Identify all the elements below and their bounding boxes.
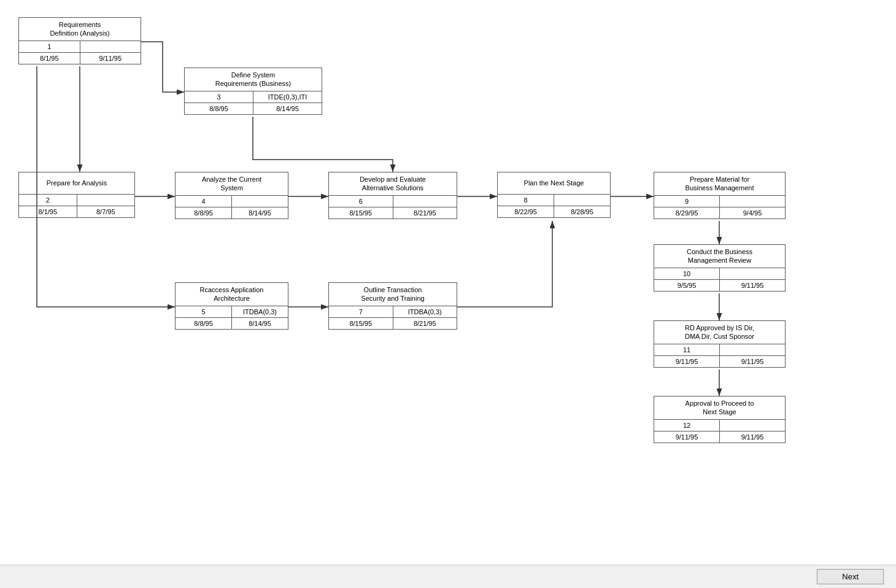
task-id2-10 xyxy=(720,268,785,279)
task-start-8: 8/22/95 xyxy=(498,206,554,217)
task-title-10: Conduct the BusinessManagement Review xyxy=(654,245,785,268)
task-title-7: Outline TransactionSecurity and Training xyxy=(329,283,457,306)
task-id2-1 xyxy=(80,41,141,52)
task-end-2: 8/7/95 xyxy=(77,206,135,217)
task-id-1: 1 xyxy=(19,41,80,52)
task-title-6: Develop and EvaluateAlternative Solution… xyxy=(329,172,457,196)
task-end-3: 8/14/95 xyxy=(253,103,322,114)
task-title-5: Rcaccess ApplicationArchitecture xyxy=(176,283,288,306)
task-end-1: 9/11/95 xyxy=(80,53,141,64)
task-start-11: 9/11/95 xyxy=(654,356,720,367)
task-id-2: 2 xyxy=(19,195,77,206)
task-id2-9 xyxy=(720,196,785,207)
task-start-7: 8/15/95 xyxy=(329,318,393,329)
task-title-3: Define SystemRequirements (Business) xyxy=(185,68,322,91)
task-start-4: 8/8/95 xyxy=(176,207,232,219)
task-start-1: 8/1/95 xyxy=(19,53,80,64)
task-box-5: Rcaccess ApplicationArchitecture 5 ITDBA… xyxy=(175,282,288,330)
task-start-10: 9/5/95 xyxy=(654,280,720,291)
task-end-4: 8/14/95 xyxy=(232,207,288,219)
diagram-container: RequirementsDefinition (Analysis) 1 8/1/… xyxy=(0,0,896,565)
task-id2-7: ITDBA(0,3) xyxy=(393,306,457,317)
task-id-9: 9 xyxy=(654,196,720,207)
task-id-8: 8 xyxy=(498,195,554,206)
task-end-10: 9/11/95 xyxy=(720,280,785,291)
task-title-8: Plan the Next Stage xyxy=(498,172,610,195)
task-end-9: 9/4/95 xyxy=(720,207,785,219)
task-box-8: Plan the Next Stage 8 8/22/95 8/28/95 xyxy=(497,172,611,218)
task-end-12: 9/11/95 xyxy=(720,431,785,443)
task-start-2: 8/1/95 xyxy=(19,206,77,217)
task-title-12: Approval to Proceed toNext Stage xyxy=(654,397,785,420)
task-id-3: 3 xyxy=(185,91,253,103)
task-id2-12 xyxy=(720,420,785,431)
task-id-6: 6 xyxy=(329,196,393,207)
task-id2-6 xyxy=(393,196,457,207)
task-id-7: 7 xyxy=(329,306,393,317)
task-id2-8 xyxy=(554,195,610,206)
task-end-5: 8/14/95 xyxy=(232,318,288,329)
task-box-2: Prepare for Analysis 2 8/1/95 8/7/95 xyxy=(18,172,135,218)
task-start-5: 8/8/95 xyxy=(176,318,232,329)
task-box-12: Approval to Proceed toNext Stage 12 9/11… xyxy=(654,396,786,443)
task-id2-3: ITDE(0,3),ITI xyxy=(253,91,322,103)
task-box-1: RequirementsDefinition (Analysis) 1 8/1/… xyxy=(18,17,141,64)
task-box-9: Prepare Material forBusiness Management … xyxy=(654,172,786,219)
task-id2-5: ITDBA(0,3) xyxy=(232,306,288,317)
task-id-12: 12 xyxy=(654,420,720,431)
task-box-3: Define SystemRequirements (Business) 3 I… xyxy=(184,68,322,115)
task-id2-4 xyxy=(232,196,288,207)
task-start-12: 9/11/95 xyxy=(654,431,720,443)
task-box-7: Outline TransactionSecurity and Training… xyxy=(328,282,457,330)
task-title-4: Analyze the CurrentSystem xyxy=(176,172,288,196)
task-title-1: RequirementsDefinition (Analysis) xyxy=(19,18,141,41)
task-start-9: 8/29/95 xyxy=(654,207,720,219)
next-button[interactable]: Next xyxy=(817,569,884,584)
task-end-7: 8/21/95 xyxy=(393,318,457,329)
task-end-6: 8/21/95 xyxy=(393,207,457,219)
task-title-2: Prepare for Analysis xyxy=(19,172,134,195)
task-box-11: RD Approved by IS Dir,DMA Dir, Cust Spon… xyxy=(654,320,786,368)
task-box-10: Conduct the BusinessManagement Review 10… xyxy=(654,244,786,292)
task-start-3: 8/8/95 xyxy=(185,103,253,114)
task-box-6: Develop and EvaluateAlternative Solution… xyxy=(328,172,457,219)
task-id-5: 5 xyxy=(176,306,232,317)
task-end-8: 8/28/95 xyxy=(554,206,610,217)
bottom-bar: Next xyxy=(0,565,896,588)
task-box-4: Analyze the CurrentSystem 4 8/8/95 8/14/… xyxy=(175,172,288,219)
task-id2-11 xyxy=(720,344,785,355)
task-end-11: 9/11/95 xyxy=(720,356,785,367)
task-id-11: 11 xyxy=(654,344,720,355)
task-id-4: 4 xyxy=(176,196,232,207)
task-title-11: RD Approved by IS Dir,DMA Dir, Cust Spon… xyxy=(654,321,785,344)
task-start-6: 8/15/95 xyxy=(329,207,393,219)
task-id2-2 xyxy=(77,195,135,206)
task-title-9: Prepare Material forBusiness Management xyxy=(654,172,785,196)
task-id-10: 10 xyxy=(654,268,720,279)
